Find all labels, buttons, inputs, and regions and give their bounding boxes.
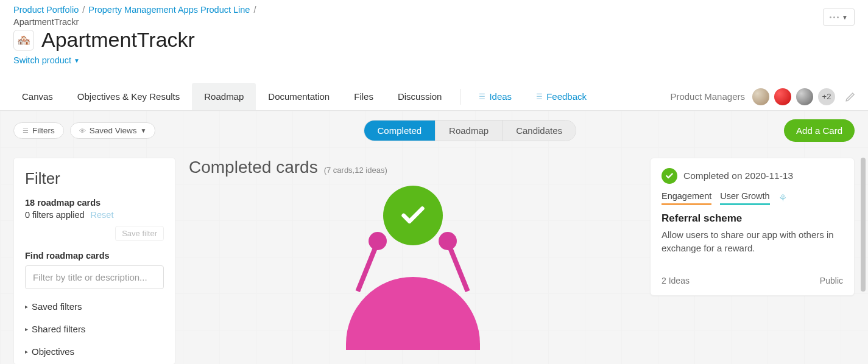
filter-count: 18 roadmap cards [25,198,164,208]
breadcrumb-sep: / [82,5,85,15]
saved-filters-expander[interactable]: ▸ Saved filters [25,301,164,312]
caret-right-icon: ▸ [25,348,28,355]
product-managers-label: Product Managers [670,91,745,102]
chevron-down-icon: ▼ [141,127,147,134]
seg-candidates[interactable]: Candidates [502,121,576,141]
seg-completed[interactable]: Completed [364,121,436,141]
reset-filters-link[interactable]: Reset [91,210,114,220]
filter-heading: Filter [25,169,164,188]
tag-engagement[interactable]: Engagement [662,191,711,205]
scrollbar-thumb[interactable] [861,158,866,292]
share-icon: ⚘ [778,192,787,204]
filter-lines-icon: ☰ [23,127,29,135]
tab-canvas[interactable]: Canvas [10,83,65,110]
find-cards-label: Find roadmap cards [25,251,164,261]
saved-views-pill[interactable]: 👁 Saved Views ▼ [70,122,156,139]
breadcrumb-current: ApartmentTrackr [13,17,79,27]
avatar-more[interactable]: +2 [817,87,836,107]
check-circle-icon [662,168,677,184]
filter-lines-icon: ☰ [536,93,543,101]
filter-panel: Filter 18 roadmap cards 0 filters applie… [13,158,175,364]
chevron-down-icon: ▼ [74,57,80,64]
avatar[interactable] [773,87,792,107]
filters-pill[interactable]: ☰ Filters [13,122,64,139]
filters-applied: 0 filters applied [25,210,85,220]
save-filter-button[interactable]: Save filter [115,226,164,241]
tab-okr[interactable]: Objectives & Key Results [65,83,192,110]
tabs-row: Canvas Objectives & Key Results Roadmap … [0,83,868,111]
tab-documentation[interactable]: Documentation [256,83,342,110]
page-title: ApartmentTrackr [41,28,195,52]
card-ideas-count: 2 Ideas [662,276,690,285]
add-card-button[interactable]: Add a Card [784,119,855,142]
card-title: Referral scheme [662,212,843,225]
filter-search-input[interactable] [25,265,164,289]
card-completed-on: Completed on 2020-11-13 [683,170,793,181]
filter-lines-icon: ☰ [479,93,485,101]
seg-roadmap[interactable]: Roadmap [435,121,502,141]
shared-filters-expander[interactable]: ▸ Shared filters [25,324,164,334]
card-description: Allow users to share our app with others… [662,228,843,255]
more-actions-button[interactable]: ▼ [823,9,855,26]
tab-feedback[interactable]: ☰ Feedback [524,83,599,110]
check-circle-icon [383,186,443,245]
card-visibility: Public [820,276,843,285]
chevron-down-icon: ▼ [842,14,848,21]
tag-user-growth[interactable]: User Growth [720,191,769,205]
completed-illustration [189,186,637,350]
roadmap-card[interactable]: Completed on 2020-11-13 Engagement User … [650,158,855,296]
product-icon: 🏘️ [13,30,34,51]
eye-icon: 👁 [79,127,86,135]
switch-product-link[interactable]: Switch product ▼ [13,55,80,65]
tab-files[interactable]: Files [342,83,386,110]
avatar[interactable] [795,87,814,107]
breadcrumb-product-line[interactable]: Property Management Apps Product Line [88,5,250,15]
breadcrumb: Product Portfolio / Property Management … [13,5,256,15]
caret-right-icon: ▸ [25,326,28,332]
avatar-group: +2 [751,87,836,107]
completed-cards-heading: Completed cards [189,158,318,177]
caret-right-icon: ▸ [25,303,28,310]
avatar[interactable] [751,87,771,107]
breadcrumb-portfolio[interactable]: Product Portfolio [13,5,79,15]
divider [460,89,460,105]
breadcrumb-sep: / [253,5,256,15]
view-segmented-control: Completed Roadmap Candidates [364,120,576,141]
tab-ideas[interactable]: ☰ Ideas [467,83,524,110]
tab-discussion[interactable]: Discussion [386,83,454,110]
completed-cards-sub: (7 cards,12 ideas) [324,166,387,175]
tab-roadmap[interactable]: Roadmap [192,83,256,110]
edit-icon[interactable] [842,89,858,105]
objectives-expander[interactable]: ▸ Objectives [25,346,164,357]
